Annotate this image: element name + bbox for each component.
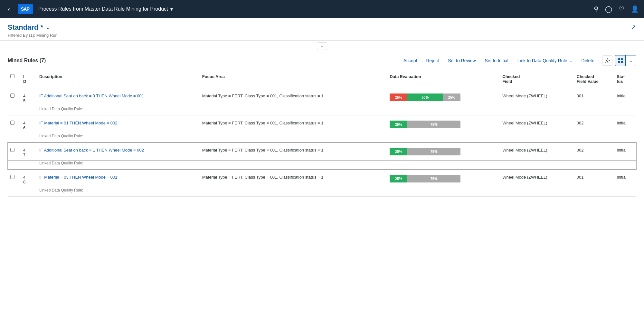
svg-text:SAP: SAP <box>21 6 29 12</box>
header-status-col: Sta-tus <box>614 70 636 88</box>
sap-logo: SAP <box>18 4 33 14</box>
table-row: 48 IF Material = 03 THEN Wheel Mode = 00… <box>8 170 636 187</box>
bar-segment-green: 50% <box>407 93 443 101</box>
row-checked-field-cell: Wheel Mode (ZWHEEL) <box>500 115 574 133</box>
view-toggle-group: ⌄ <box>615 55 636 66</box>
data-bar: 25%75% <box>390 175 460 182</box>
row-focus-area-cell: Material Type = FERT, Class Type = 001, … <box>200 88 387 106</box>
row-checkbox-cell <box>8 115 21 133</box>
header-focus-area-col: Focus Area <box>200 70 387 88</box>
back-button[interactable]: ‹ <box>5 4 13 14</box>
svg-rect-4 <box>621 58 623 60</box>
grid-view-button[interactable] <box>615 55 626 66</box>
rule-link[interactable]: IF Additional Seat on back = 0 THEN Whee… <box>39 93 144 98</box>
row-checked-field-value-cell: 001 <box>574 88 614 106</box>
reject-button[interactable]: Reject <box>422 56 443 65</box>
bar-segment-gray: 75% <box>407 175 460 182</box>
delete-button[interactable]: Delete <box>578 56 598 65</box>
circle-icon[interactable]: ◯ <box>605 5 612 13</box>
linked-rule-checkbox-cell <box>8 160 21 170</box>
table-header: ID Description Focus Area Data Evaluatio… <box>8 70 636 88</box>
bar-segment-gray: 75% <box>407 121 460 128</box>
search-icon[interactable]: ⚲ <box>594 5 599 13</box>
linked-rule-checkbox-cell <box>8 187 21 197</box>
rules-table-container: ID Description Focus Area Data Evaluatio… <box>0 70 644 197</box>
view-dropdown-icon[interactable]: ⌄ <box>46 24 51 31</box>
header-checked-field-value-col: CheckedField Value <box>574 70 614 88</box>
table-body: 45 IF Additional Seat on back = 0 THEN W… <box>8 88 636 197</box>
header-title: Process Rules from Master Data Rule Mini… <box>38 6 589 12</box>
header-checked-field-col: CheckedField <box>500 70 574 88</box>
header-dropdown-icon[interactable]: ▾ <box>170 6 173 12</box>
linked-rule-checkbox-cell <box>8 133 21 142</box>
row-checkbox[interactable] <box>10 93 14 98</box>
row-status-cell: Initial <box>614 170 636 187</box>
row-status-cell: Initial <box>614 142 636 160</box>
rule-link[interactable]: IF Additional Seat on back = 1 THEN Whee… <box>39 148 144 152</box>
row-description-cell: IF Additional Seat on back = 0 THEN Whee… <box>37 88 200 106</box>
collapse-button[interactable]: ⌄ <box>317 42 327 50</box>
bar-segment-red: 25% <box>390 93 407 101</box>
linked-rule-text: Linked Data Quality Rule: <box>37 187 636 197</box>
bar-segment-green: 25% <box>390 175 407 182</box>
row-status-cell: Initial <box>614 88 636 106</box>
collapse-section: ⌄ <box>0 41 644 51</box>
row-description-cell: IF Material = 01 THEN Wheel Mode = 002 <box>37 115 200 133</box>
table-title: Mined Rules (7) <box>8 58 398 64</box>
row-checked-field-cell: Wheel Mode (ZWHEEL) <box>500 170 574 187</box>
set-review-button[interactable]: Set to Review <box>444 56 479 65</box>
linked-rule-text: Linked Data Quality Rule: <box>37 133 636 142</box>
header-description-col: Description <box>37 70 200 88</box>
data-bar: 25%75% <box>390 148 460 155</box>
row-focus-area-cell: Material Type = FERT, Class Type = 001, … <box>200 142 387 160</box>
row-checkbox-cell <box>8 142 21 160</box>
row-checkbox[interactable] <box>10 148 14 152</box>
rule-link[interactable]: IF Material = 01 THEN Wheel Mode = 002 <box>39 121 118 125</box>
linked-rule-checkbox-cell <box>8 106 21 115</box>
linked-rule-text: Linked Data Quality Rule: <box>37 106 636 115</box>
linked-rule-id-cell <box>21 133 37 142</box>
select-all-checkbox[interactable] <box>10 74 14 78</box>
data-bar: 25%75% <box>390 121 460 128</box>
linked-rule-id-cell <box>21 187 37 197</box>
row-data-eval-cell: 25%75% <box>387 142 500 160</box>
row-id-cell: 48 <box>21 170 37 187</box>
view-dropdown-arrow[interactable]: ⌄ <box>626 55 636 66</box>
header-icons: ⚲ ◯ ♡ 👤 <box>594 5 639 13</box>
linked-rule-row: Linked Data Quality Rule: <box>8 106 636 115</box>
accept-button[interactable]: Accept <box>400 56 421 65</box>
bell-icon[interactable]: ♡ <box>619 5 624 13</box>
row-data-eval-cell: 25%50%25% <box>387 88 500 106</box>
row-checkbox[interactable] <box>10 175 14 179</box>
linked-rule-id-cell <box>21 106 37 115</box>
linked-rule-text: Linked Data Quality Rule: <box>37 160 636 170</box>
share-icon[interactable]: ↗ <box>631 23 636 31</box>
bar-segment-gray: 75% <box>407 148 460 155</box>
row-status-cell: Initial <box>614 115 636 133</box>
linked-rule-row: Linked Data Quality Rule: <box>8 133 636 142</box>
user-icon[interactable]: 👤 <box>631 5 639 13</box>
sub-header-title-row: Standard * ⌄ <box>8 23 636 32</box>
link-dropdown-icon: ⌄ <box>569 58 573 63</box>
row-focus-area-cell: Material Type = FERT, Class Type = 001, … <box>200 170 387 187</box>
linked-rule-row: Linked Data Quality Rule: <box>8 160 636 170</box>
row-id-cell: 46 <box>21 115 37 133</box>
row-checked-field-value-cell: 002 <box>574 142 614 160</box>
row-data-eval-cell: 25%75% <box>387 170 500 187</box>
link-dq-rule-button[interactable]: Link to Data Quality Rule ⌄ <box>514 56 576 65</box>
header-checkbox-col <box>8 70 21 88</box>
row-description-cell: IF Additional Seat on back = 1 THEN Whee… <box>37 142 200 160</box>
row-checked-field-value-cell: 001 <box>574 170 614 187</box>
header-id-col: ID <box>21 70 37 88</box>
svg-rect-6 <box>621 61 623 63</box>
set-initial-button[interactable]: Set to Initial <box>481 56 512 65</box>
rule-link[interactable]: IF Material = 03 THEN Wheel Mode = 001 <box>39 175 118 180</box>
linked-rule-row: Linked Data Quality Rule: <box>8 187 636 197</box>
settings-button[interactable] <box>602 55 612 66</box>
row-checkbox-cell <box>8 88 21 106</box>
row-id-cell: 47 <box>21 142 37 160</box>
page-wrapper: Standard * ⌄ Filtered By (1): Mining Run… <box>0 18 644 197</box>
row-checked-field-cell: Wheel Mode (ZWHEEL) <box>500 142 574 160</box>
row-focus-area-cell: Material Type = FERT, Class Type = 001, … <box>200 115 387 133</box>
row-checkbox[interactable] <box>10 121 14 125</box>
